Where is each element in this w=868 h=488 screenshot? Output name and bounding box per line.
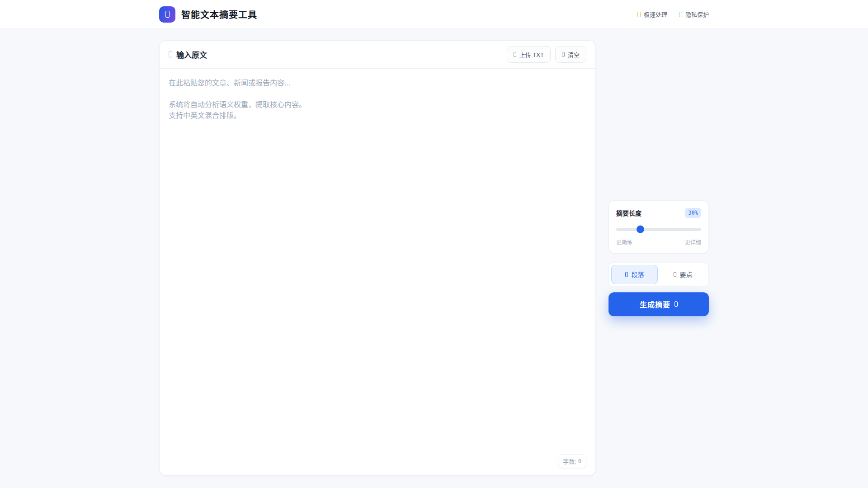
upload-txt-label: 上传 TXT bbox=[519, 50, 544, 59]
output-mode-toggle: 段落 要点 bbox=[609, 262, 709, 287]
bullet-list-icon bbox=[674, 272, 676, 277]
app-title: 智能文本摘要工具 bbox=[181, 8, 257, 21]
mode-option-bullets[interactable]: 要点 bbox=[660, 265, 706, 284]
input-card-actions: 上传 TXT 清空 bbox=[507, 46, 586, 63]
input-card-title: 输入原文 bbox=[169, 49, 207, 60]
char-count-badge: 字数: 0 bbox=[558, 454, 586, 468]
source-text-input[interactable] bbox=[160, 69, 595, 475]
lightning-icon bbox=[637, 12, 641, 17]
arrow-right-icon bbox=[675, 301, 678, 307]
trash-icon bbox=[562, 52, 565, 57]
paragraph-icon bbox=[625, 272, 628, 277]
privacy-badge: 隐私保护 bbox=[679, 10, 709, 19]
document-sparkle-icon bbox=[165, 11, 170, 18]
summary-length-value-badge: 30% bbox=[685, 208, 701, 218]
length-slider-thumb[interactable] bbox=[637, 225, 644, 233]
input-card: 输入原文 上传 TXT 清空 字数: 0 bbox=[159, 40, 596, 476]
mode-bullets-label: 要点 bbox=[680, 270, 693, 279]
privacy-badge-label: 隐私保护 bbox=[685, 10, 709, 19]
summary-length-label: 摘要长度 bbox=[616, 208, 642, 217]
app-header: 智能文本摘要工具 极速处理 隐私保护 bbox=[0, 0, 868, 29]
clear-button[interactable]: 清空 bbox=[555, 46, 586, 63]
length-slider-track[interactable] bbox=[616, 228, 701, 231]
slider-max-label: 更详细 bbox=[685, 238, 701, 246]
input-card-title-label: 输入原文 bbox=[176, 49, 207, 60]
input-card-header: 输入原文 上传 TXT 清空 bbox=[160, 41, 595, 69]
speed-badge: 极速处理 bbox=[637, 10, 667, 19]
char-count-label: 字数: bbox=[563, 457, 576, 465]
length-slider[interactable] bbox=[616, 225, 701, 233]
main-content: 输入原文 上传 TXT 清空 字数: 0 摘要长度 30% bbox=[159, 29, 709, 476]
lock-icon bbox=[679, 12, 682, 17]
char-count-value: 0 bbox=[578, 458, 581, 465]
header-badges: 极速处理 隐私保护 bbox=[637, 10, 709, 19]
slider-min-label: 更简练 bbox=[616, 238, 632, 246]
generate-summary-label: 生成摘要 bbox=[640, 299, 670, 310]
edit-icon bbox=[169, 52, 172, 57]
app-logo bbox=[159, 6, 175, 23]
speed-badge-label: 极速处理 bbox=[644, 10, 667, 19]
clear-label: 清空 bbox=[568, 50, 580, 59]
mode-option-paragraph[interactable]: 段落 bbox=[611, 265, 658, 284]
brand: 智能文本摘要工具 bbox=[159, 6, 257, 23]
controls-panel: 摘要长度 30% 更简练 更详细 段落 要点 生成摘要 bbox=[609, 40, 709, 476]
upload-icon bbox=[514, 52, 516, 57]
upload-txt-button[interactable]: 上传 TXT bbox=[507, 46, 551, 63]
mode-paragraph-label: 段落 bbox=[632, 270, 644, 279]
summary-length-card: 摘要长度 30% 更简练 更详细 bbox=[609, 200, 709, 253]
generate-summary-button[interactable]: 生成摘要 bbox=[609, 292, 709, 316]
